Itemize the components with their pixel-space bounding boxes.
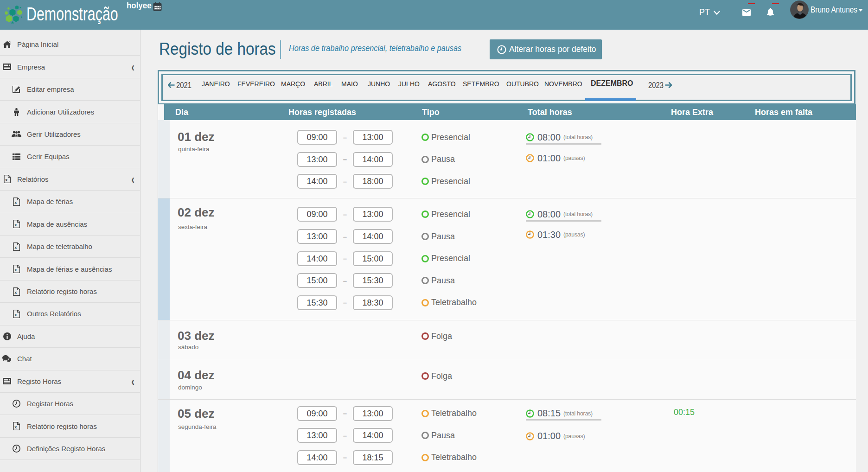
svg-text:x: x [14, 312, 17, 317]
svg-text:x: x [14, 425, 17, 429]
svg-text:x: x [14, 223, 17, 227]
svg-text:x: x [14, 200, 17, 204]
svg-text:x: x [14, 245, 17, 249]
svg-text:x: x [5, 178, 7, 182]
svg-text:x: x [14, 290, 17, 294]
svg-text:x: x [14, 268, 17, 272]
